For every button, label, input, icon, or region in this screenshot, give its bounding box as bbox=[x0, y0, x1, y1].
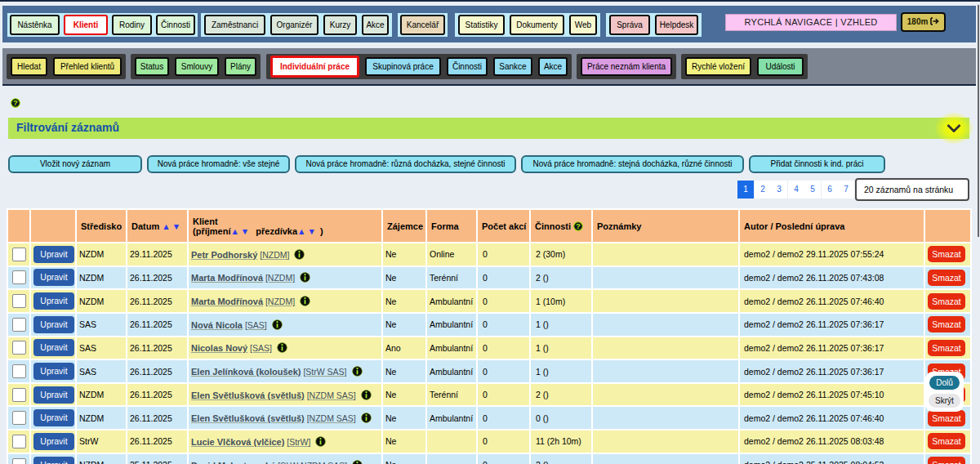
svg-text:?: ? bbox=[13, 98, 18, 107]
svg-text:?: ? bbox=[576, 221, 581, 230]
